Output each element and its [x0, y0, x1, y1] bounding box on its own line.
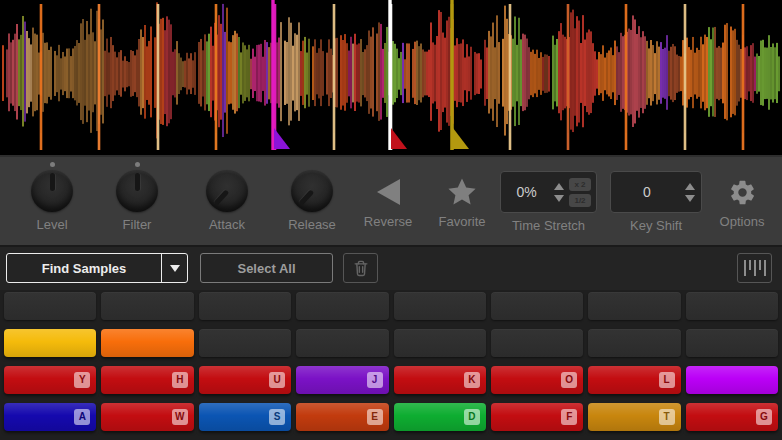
key-shift-label: Key Shift [610, 218, 702, 233]
pad-key-label: W [172, 409, 188, 425]
pad-key-label: K [464, 372, 480, 388]
level-label: Level [8, 217, 96, 232]
level-led-icon [50, 162, 55, 167]
pad-empty[interactable] [588, 329, 680, 357]
key-shift-box: 0 [610, 171, 702, 213]
reverse-triangle-icon [377, 179, 400, 205]
pad-filled[interactable]: O [491, 366, 583, 394]
pad-empty[interactable] [101, 292, 193, 320]
reverse-button[interactable]: Reverse [352, 175, 424, 229]
attack-knob[interactable] [206, 170, 248, 212]
pad-key-label: U [269, 372, 285, 388]
pad-key-label: D [464, 409, 480, 425]
pad-filled[interactable]: K [394, 366, 486, 394]
pad-filled[interactable]: J [296, 366, 388, 394]
waveform-graphic [0, 0, 782, 155]
pad-empty[interactable] [296, 292, 388, 320]
knob-pointer-icon [50, 173, 55, 191]
pad-key-label: E [367, 409, 383, 425]
time-stretch-up-icon[interactable] [554, 183, 564, 190]
key-shift-up-icon[interactable] [685, 183, 695, 190]
options-button[interactable]: Options [706, 175, 778, 229]
pad-key-label: O [561, 372, 577, 388]
pad-filled[interactable]: Y [4, 366, 96, 394]
keyboard-view-button[interactable] [737, 253, 772, 283]
filter-led-icon [135, 162, 140, 167]
pad-empty[interactable] [588, 292, 680, 320]
reverse-label: Reverse [352, 214, 424, 229]
delete-button[interactable] [343, 253, 378, 283]
time-stretch-label: Time Stretch [500, 218, 597, 233]
pad-filled[interactable]: G [686, 403, 778, 431]
pad-empty[interactable] [686, 329, 778, 357]
pad-grid: YHUJKOLAWSEDFTG [0, 290, 782, 440]
time-stretch-half-button[interactable]: 1/2 [569, 194, 591, 207]
chevron-down-icon [170, 265, 180, 272]
piano-keys-icon [744, 260, 766, 276]
pad-filled[interactable]: S [199, 403, 291, 431]
time-stretch-double-button[interactable]: x 2 [569, 178, 591, 191]
release-label: Release [268, 217, 356, 232]
pad-empty[interactable] [4, 292, 96, 320]
pad-filled[interactable] [4, 329, 96, 357]
pad-filled[interactable]: W [101, 403, 193, 431]
pad-empty[interactable] [491, 329, 583, 357]
waveform-display[interactable] [0, 0, 782, 155]
pad-key-label: A [74, 409, 90, 425]
knob-pointer-icon [213, 189, 229, 206]
sampler-app: Level Filter Attack Release Reverse [0, 0, 782, 440]
key-shift-down-icon[interactable] [685, 195, 695, 202]
pad-key-label: T [659, 409, 675, 425]
options-label: Options [706, 214, 778, 229]
select-all-button[interactable]: Select All [200, 253, 333, 283]
pad-key-label: S [269, 409, 285, 425]
pad-filled[interactable]: L [588, 366, 680, 394]
key-shift-value: 0 [611, 184, 683, 200]
time-stretch-down-icon[interactable] [554, 195, 564, 202]
knob-pointer-icon [135, 173, 140, 191]
pad-filled[interactable]: A [4, 403, 96, 431]
filter-knob[interactable] [116, 170, 158, 212]
pad-filled[interactable] [101, 329, 193, 357]
filter-label: Filter [93, 217, 181, 232]
pad-key-label: F [561, 409, 577, 425]
pad-empty[interactable] [491, 292, 583, 320]
pad-empty[interactable] [686, 292, 778, 320]
pad-filled[interactable]: H [101, 366, 193, 394]
key-shift-group: 0 Key Shift [610, 171, 702, 233]
find-samples-button[interactable]: Find Samples [6, 253, 188, 283]
find-samples-dropdown[interactable] [161, 254, 187, 282]
favorite-label: Favorite [426, 214, 498, 229]
time-stretch-box: 0% x 2 1/2 [500, 171, 597, 213]
pad-empty[interactable] [394, 329, 486, 357]
control-bar: Level Filter Attack Release Reverse [0, 155, 782, 245]
pad-filled[interactable]: E [296, 403, 388, 431]
star-icon [446, 176, 478, 208]
pad-key-label: G [756, 409, 772, 425]
find-samples-label: Find Samples [7, 261, 161, 276]
pad-key-label: Y [74, 372, 90, 388]
attack-label: Attack [183, 217, 271, 232]
gear-icon [728, 178, 757, 207]
level-knob-group: Level [8, 162, 96, 232]
pad-empty[interactable] [199, 292, 291, 320]
level-knob[interactable] [31, 170, 73, 212]
pad-filled[interactable]: D [394, 403, 486, 431]
sample-toolbar: Find Samples Select All [0, 245, 782, 290]
time-stretch-value: 0% [501, 184, 552, 200]
pad-filled[interactable]: F [491, 403, 583, 431]
favorite-button[interactable]: Favorite [426, 175, 498, 229]
pad-filled[interactable]: U [199, 366, 291, 394]
time-stretch-group: 0% x 2 1/2 Time Stretch [500, 171, 597, 233]
trash-icon [351, 258, 371, 278]
pad-filled[interactable]: T [588, 403, 680, 431]
pad-empty[interactable] [199, 329, 291, 357]
pad-empty[interactable] [296, 329, 388, 357]
knob-pointer-icon [298, 189, 314, 206]
release-knob-group: Release [268, 162, 356, 232]
pad-key-label: J [367, 372, 383, 388]
pad-filled[interactable] [686, 366, 778, 394]
pad-empty[interactable] [394, 292, 486, 320]
pad-key-label: H [172, 372, 188, 388]
release-knob[interactable] [291, 170, 333, 212]
